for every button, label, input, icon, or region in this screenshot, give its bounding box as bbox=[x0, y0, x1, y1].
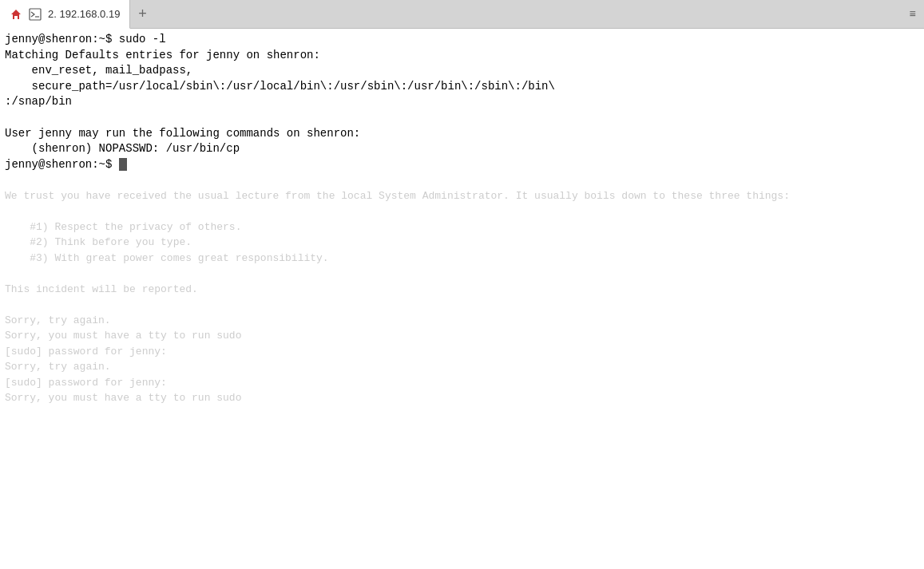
terminal-line-4: secure_path=/usr/local/sbin\:/usr/local/… bbox=[5, 79, 919, 95]
terminal-blank-2 bbox=[5, 172, 919, 188]
menu-icon[interactable]: ≡ bbox=[902, 0, 924, 28]
terminal-icon bbox=[29, 8, 42, 21]
terminal-line-5: :/snap/bin bbox=[5, 94, 919, 110]
terminal-line-blank bbox=[5, 110, 919, 126]
tab-spacer bbox=[155, 0, 902, 28]
home-icon bbox=[10, 8, 22, 21]
terminal-line-6: User jenny may run the following command… bbox=[5, 126, 919, 142]
cursor bbox=[119, 158, 127, 171]
terminal-line-3: env_reset, mail_badpass, bbox=[5, 63, 919, 79]
tab-1-label: 2. 192.168.0.19 bbox=[48, 8, 120, 20]
terminal-line-1: jenny@shenron:~$ sudo -l bbox=[5, 32, 919, 48]
terminal[interactable]: jenny@shenron:~$ sudo -l Matching Defaul… bbox=[0, 29, 924, 569]
terminal-line-7: (shenron) NOPASSWD: /usr/bin/cp bbox=[5, 141, 919, 157]
tab-bar: 2. 192.168.0.19 + ≡ bbox=[0, 0, 924, 29]
terminal-line-8: jenny@shenron:~$ bbox=[5, 157, 919, 173]
svg-marker-0 bbox=[11, 10, 21, 19]
terminal-line-2: Matching Defaults entries for jenny on s… bbox=[5, 48, 919, 64]
new-tab-button[interactable]: + bbox=[130, 0, 155, 28]
tab-1[interactable]: 2. 192.168.0.19 bbox=[0, 0, 130, 29]
faded-background: We trust you have received the usual lec… bbox=[5, 188, 919, 406]
